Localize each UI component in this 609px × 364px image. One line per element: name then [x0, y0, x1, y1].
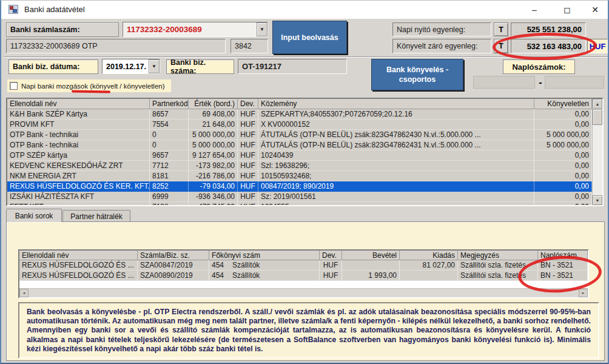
tab-banki-sorok[interactable]: Banki sorok: [6, 209, 62, 222]
table-row[interactable]: REXUS HÚSFELDOLGOZÓ ÉS ...SZA00847/20194…: [19, 260, 588, 271]
column-header-gl[interactable]: Főkönyvi szám: [209, 251, 320, 260]
journal-number-to-field[interactable]: [545, 76, 604, 89]
daily-movements-checkbox[interactable]: [10, 82, 18, 90]
cell-income: [342, 260, 400, 271]
cell-unbooked: 0,00: [534, 120, 592, 130]
opening-balance-t-button[interactable]: T: [494, 22, 508, 36]
table-row[interactable]: NKM ENERGIA ZRT8181-216 786,00HUF1015059…: [7, 171, 592, 181]
account-display-field[interactable]: 11732332-20003689 OTP: [6, 39, 226, 53]
bank-doc-number-value: OT-191217: [238, 59, 347, 74]
bank-booking-group-button[interactable]: Bank könyvelés - csoportos: [371, 59, 463, 90]
cell-name: KEDVENC KERESKEDŐHÁZ ZRT: [7, 161, 150, 171]
table-row[interactable]: K&H Bank SZÉP Kártya865769 408,00HUFSZEP…: [7, 109, 592, 120]
bank-doc-number-label: Banki biz. száma:: [166, 59, 234, 74]
table-row[interactable]: OTP Bank - technikai05 000 000,00HUFÁTUT…: [7, 130, 592, 140]
maximize-button[interactable]: ◻: [557, 1, 577, 19]
chevron-down-icon[interactable]: ▼: [149, 59, 160, 73]
closing-balance-t-button[interactable]: T: [494, 39, 508, 53]
app-window: Banki adatátvétel – ◻ ✕ Banki számlaszám…: [0, 0, 609, 364]
cell-gl-account: 454Szállítók: [209, 271, 320, 281]
column-header-income[interactable]: Bevétel: [342, 251, 400, 260]
cell-name: OTP Bank - technikai: [7, 130, 150, 140]
column-header-expense[interactable]: Kiadás: [400, 251, 458, 260]
cell-code: 7138: [150, 202, 189, 206]
cell-note: Szállítói szla. fizetés: [458, 260, 538, 271]
input-read-button[interactable]: Input beolvasás: [272, 21, 347, 54]
scroll-right-icon[interactable]: ►: [579, 289, 588, 297]
cell-invoice: SZA00847/2019: [138, 260, 209, 271]
journal-number-from-field[interactable]: [473, 76, 535, 89]
scroll-down-icon[interactable]: ▼: [593, 195, 602, 205]
gl-name: Szállítók: [232, 261, 260, 269]
cell-dev: HUF: [238, 109, 258, 120]
cell-value: 21 648,00: [189, 120, 238, 130]
table-row[interactable]: PROVIM KFT755421 648,00HUFX KV000001520,…: [7, 120, 592, 130]
cell-value: 5 000 000,00: [189, 130, 238, 140]
cell-unbooked: 5 000 000,00: [534, 140, 592, 150]
cell-unbooked: 0,00: [534, 161, 592, 171]
table-row[interactable]: KEDVENC KERESKEDŐHÁZ ZRT7712-173 982,00H…: [7, 161, 592, 171]
table-row[interactable]: OTP Bank - technikai05 000 000,00HUFÁTUT…: [7, 140, 592, 150]
column-header-memo[interactable]: Közlemény: [258, 99, 534, 109]
column-header-journal[interactable]: Naplószám: [538, 251, 588, 260]
chevron-down-icon[interactable]: ▼: [257, 22, 267, 36]
cell-code: 8657: [150, 109, 189, 120]
column-header-value[interactable]: Érték (bord.): [189, 99, 238, 109]
cell-unbooked: 0,00: [534, 150, 592, 161]
cell-gl-account: 454Szállítók: [209, 260, 320, 271]
cell-value: -216 786,00: [189, 171, 238, 181]
booking-lines-grid-header: Ellenoldali névSzámla/Biz. sz.Főkönyvi s…: [19, 251, 588, 260]
close-button[interactable]: ✕: [585, 1, 605, 19]
column-header-name[interactable]: Ellenoldali név: [19, 251, 138, 260]
scrollbar-thumb[interactable]: [593, 109, 602, 125]
tab-partner-hatralek[interactable]: Partner hátralék: [62, 210, 130, 222]
vertical-scrollbar[interactable]: ▲ ▼: [592, 99, 602, 205]
title-bar: Banki adatátvétel – ◻ ✕: [1, 1, 608, 19]
cell-value: 69 408,00: [189, 109, 238, 120]
cell-code: 6999: [150, 192, 189, 202]
account-number-label: Banki számlaszám:: [6, 22, 119, 37]
column-header-code[interactable]: Partnerkód: [150, 99, 189, 109]
cell-dev: HUF: [320, 260, 342, 271]
table-row[interactable]: IZSÁKI HÁZITÉSZTA KFT6999-936 346,00HUFS…: [7, 192, 592, 202]
daily-movements-checkbox-row: Napi banki mozgások (könyvelt / könyvele…: [7, 79, 171, 92]
cell-memo: 10240439: [258, 150, 534, 161]
account-number-combobox[interactable]: 11732332-20003689 ▼: [123, 22, 268, 37]
table-row[interactable]: FETT KFT7138-473 745,00HUF12345550,00: [7, 202, 592, 206]
cell-code: 7712: [150, 161, 189, 171]
branch-code-field[interactable]: 3842: [230, 39, 268, 53]
minimize-button[interactable]: –: [524, 1, 545, 19]
bank-doc-date-combobox[interactable]: 2019.12.17. ▼: [102, 59, 160, 74]
currency-label: HUF: [587, 39, 608, 53]
cell-code: 8252: [150, 181, 189, 192]
column-header-dev[interactable]: Dev.: [238, 99, 258, 109]
cell-memo: ÁTUTALÁS (OTP-N BELÜL) zsák:823G47862430…: [258, 130, 534, 140]
cell-memo: 1234555: [258, 202, 534, 206]
cell-code: 0: [150, 140, 189, 150]
scroll-up-icon[interactable]: ▲: [593, 99, 602, 109]
bank-items-grid-header: Ellenoldali névPartnerkódÉrték (bord.)De…: [7, 99, 592, 109]
app-icon: [8, 5, 18, 14]
column-header-invoice[interactable]: Számla/Biz. sz.: [138, 251, 209, 260]
column-header-note[interactable]: Megjegyzés: [458, 251, 538, 260]
table-row[interactable]: REXUS HÚSFELDOLGOZÓ ÉS KER. KFT.8252-79 …: [7, 181, 592, 192]
table-row[interactable]: REXUS HÚSFELDOLGOZÓ ÉS ...SZA00890/20194…: [19, 271, 588, 281]
table-row[interactable]: OTP SZÉP kártya96579 127 654,00HUF102404…: [7, 150, 592, 161]
booking-lines-grid-body: REXUS HÚSFELDOLGOZÓ ÉS ...SZA00847/20194…: [19, 260, 588, 281]
cell-code: 9657: [150, 150, 189, 161]
column-header-unbooked[interactable]: Könyveletlen: [534, 99, 592, 109]
cell-dev: HUF: [238, 130, 258, 140]
cell-value: -936 346,00: [189, 192, 238, 202]
cell-unbooked: 0,00: [534, 171, 592, 181]
cell-unbooked: 5 000 000,00: [534, 130, 592, 140]
cell-unbooked: 0,00: [534, 192, 592, 202]
horizontal-scrollbar[interactable]: ◄ ►: [19, 288, 588, 297]
cell-code: 7554: [150, 120, 189, 130]
cell-name: IZSÁKI HÁZITÉSZTA KFT: [7, 192, 150, 202]
column-header-dev[interactable]: Dev.: [320, 251, 342, 260]
bank-doc-date-label: Banki biz. dátuma:: [8, 59, 98, 74]
cell-dev: HUF: [238, 120, 258, 130]
cell-name: OTP Bank - technikai: [7, 140, 150, 150]
column-header-name[interactable]: Ellenoldali név: [7, 99, 150, 109]
scroll-left-icon[interactable]: ◄: [19, 289, 29, 297]
